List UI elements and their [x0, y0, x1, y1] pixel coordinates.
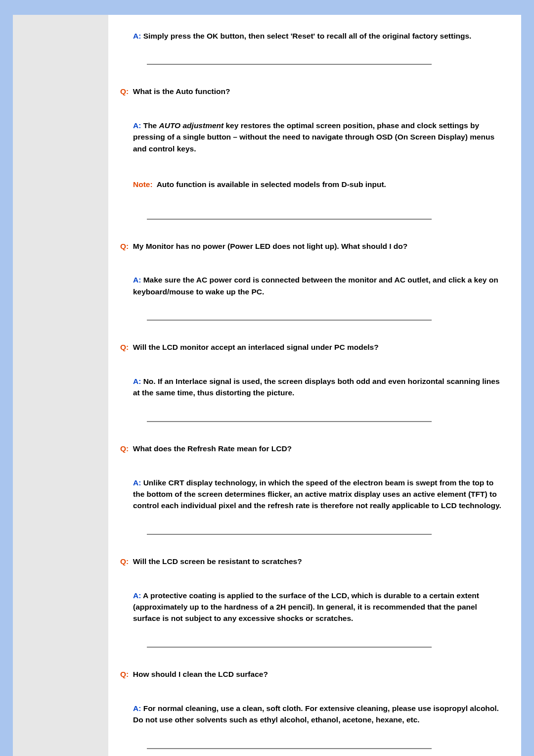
question-text: Will the LCD screen be resistant to scra… — [133, 557, 302, 566]
left-rail — [13, 15, 108, 756]
question-prefix: Q: — [120, 87, 129, 95]
question-prefix: Q: — [120, 670, 129, 678]
question-text: My Monitor has no power (Power LED does … — [133, 242, 407, 250]
question-prefix: Q: — [120, 557, 129, 566]
question-text: What is the Auto function? — [133, 87, 230, 95]
answer-prefix: A: — [133, 591, 141, 600]
note-prefix: Note: — [133, 180, 153, 189]
answer-text: A: The AUTO adjustment key restores the … — [108, 120, 506, 154]
question-line: Q: Will the LCD monitor accept an interl… — [108, 341, 506, 353]
question-line: Q: What is the Auto function? — [108, 86, 506, 97]
question-text: What does the Refresh Rate mean for LCD? — [133, 444, 292, 453]
answer-body-pre: The — [143, 121, 159, 130]
question-line: Q: How should I clean the LCD surface? — [108, 668, 506, 680]
answer-prefix: A: — [133, 121, 141, 130]
answer-body: No. If an Interlace signal is used, the … — [133, 377, 500, 397]
answer-text: A: For normal cleaning, use a clean, sof… — [108, 703, 506, 726]
answer-body-italic: AUTO adjustment — [159, 121, 224, 130]
answer-prefix: A: — [133, 704, 141, 712]
answer-body: Unlike CRT display technology, in which … — [133, 478, 501, 510]
answer-text: A: No. If an Interlace signal is used, t… — [108, 376, 506, 399]
answer-body: For normal cleaning, use a clean, soft c… — [133, 704, 499, 724]
content-column: A: Simply press the OK button, then sele… — [108, 15, 521, 756]
answer-text: A: Simply press the OK button, then sele… — [108, 30, 506, 42]
question-prefix: Q: — [120, 343, 129, 351]
answer-body: Make sure the AC power cord is connected… — [133, 276, 498, 295]
question-line: Q: Will the LCD screen be resistant to s… — [108, 556, 506, 567]
page-frame: A: Simply press the OK button, then sele… — [0, 0, 534, 756]
note-body: Auto function is available in selected m… — [157, 180, 386, 189]
answer-body: A protective coating is applied to the s… — [133, 591, 479, 623]
note-text: Note: Auto function is available in sele… — [108, 179, 506, 190]
question-text: How should I clean the LCD surface? — [133, 670, 268, 678]
answer-prefix: A: — [133, 478, 141, 487]
answer-prefix: A: — [133, 377, 141, 385]
question-text: Will the LCD monitor accept an interlace… — [133, 343, 379, 351]
answer-body: Simply press the OK button, then select … — [143, 32, 472, 40]
answer-text: A: Unlike CRT display technology, in whi… — [108, 477, 506, 512]
answer-text: A: A protective coating is applied to th… — [108, 590, 506, 624]
question-prefix: Q: — [120, 444, 129, 453]
document-sheet: A: Simply press the OK button, then sele… — [13, 15, 521, 756]
question-line: Q: What does the Refresh Rate mean for L… — [108, 443, 506, 454]
answer-text: A: Make sure the AC power cord is connec… — [108, 274, 506, 297]
question-line: Q: My Monitor has no power (Power LED do… — [108, 240, 506, 252]
answer-prefix: A: — [133, 32, 141, 40]
answer-prefix: A: — [133, 276, 141, 284]
question-prefix: Q: — [120, 242, 129, 250]
